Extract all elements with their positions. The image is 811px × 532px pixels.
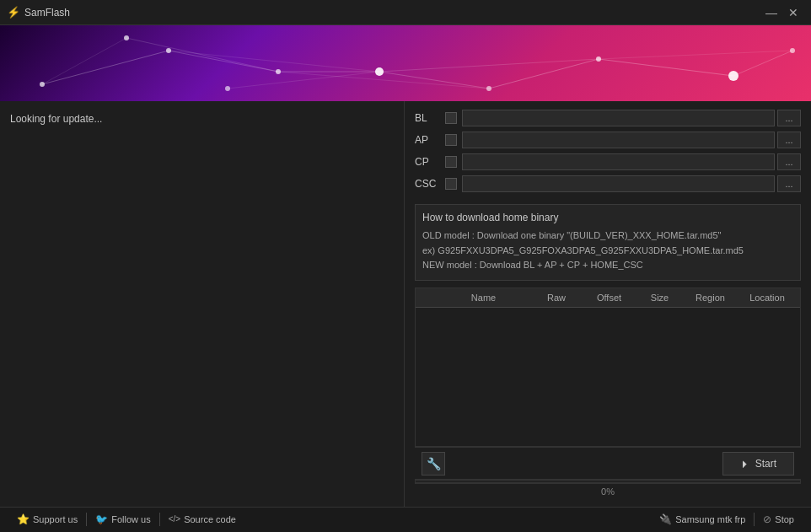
table-body xyxy=(416,308,800,446)
svg-point-16 xyxy=(166,48,171,53)
ap-row: AP ... xyxy=(415,132,801,148)
banner xyxy=(0,25,811,101)
csc-label: CSC xyxy=(415,178,445,190)
plug-icon: 🔌 xyxy=(659,513,672,525)
info-box: How to download home binary OLD model : … xyxy=(415,204,801,281)
start-icon: ⏵ xyxy=(740,458,750,470)
ap-input[interactable] xyxy=(462,132,775,148)
close-button[interactable]: ✕ xyxy=(782,4,804,21)
app-title: SamFlash xyxy=(24,7,760,19)
bl-row: BL ... xyxy=(415,110,801,126)
svg-line-4 xyxy=(489,59,599,89)
code-icon: </> xyxy=(169,514,180,524)
statusbar-right: 🔌 Samsung mtk frp ⊘ Stop xyxy=(651,513,803,526)
csc-input[interactable] xyxy=(462,175,775,192)
progress-container: 0% xyxy=(415,479,801,498)
csc-row: CSC ... xyxy=(415,175,801,192)
stop-icon: ⊘ xyxy=(763,513,771,525)
twitter-icon: 🐦 xyxy=(95,513,108,525)
samsung-label: Samsung mtk frp xyxy=(675,514,745,524)
svg-point-14 xyxy=(40,82,45,87)
statusbar: ⭐ Support us 🐦 Follow us </> Source code… xyxy=(0,507,811,530)
info-box-title: How to download home binary xyxy=(422,212,793,223)
ap-checkbox[interactable] xyxy=(445,134,457,146)
source-label: Source code xyxy=(184,514,236,524)
start-button[interactable]: ⏵ Start xyxy=(722,452,794,476)
info-line-1: OLD model : Download one binary "(BUILD_… xyxy=(422,228,793,244)
svg-line-7 xyxy=(169,51,379,72)
support-us-button[interactable]: ⭐ Support us xyxy=(8,508,86,530)
bl-checkbox[interactable] xyxy=(445,112,457,124)
info-line-3: NEW model : Download BL + AP + CP + HOME… xyxy=(422,258,793,273)
svg-point-23 xyxy=(790,48,795,53)
svg-point-17 xyxy=(225,86,230,91)
info-box-content: OLD model : Download one binary "(BUILD_… xyxy=(422,228,793,273)
main-content: Looking for update... BL ... AP ... CP .… xyxy=(0,101,811,507)
ap-browse-button[interactable]: ... xyxy=(777,132,801,148)
csc-browse-button[interactable]: ... xyxy=(777,175,801,192)
svg-line-10 xyxy=(599,51,792,59)
th-size: Size xyxy=(636,291,683,304)
th-region: Region xyxy=(683,291,738,304)
th-name: Name xyxy=(436,291,531,304)
svg-line-12 xyxy=(42,38,126,84)
cp-input[interactable] xyxy=(462,153,775,170)
svg-line-3 xyxy=(379,72,489,89)
app-icon: ⚡ xyxy=(7,6,20,19)
svg-point-21 xyxy=(596,56,601,62)
file-rows-container: BL ... AP ... CP ... CSC ... xyxy=(415,110,801,197)
stop-button[interactable]: ⊘ Stop xyxy=(755,513,803,525)
stop-label: Stop xyxy=(775,514,794,524)
bl-browse-button[interactable]: ... xyxy=(777,110,801,126)
start-label: Start xyxy=(755,458,776,470)
flash-settings-button[interactable]: 🔧 xyxy=(422,452,445,476)
csc-checkbox[interactable] xyxy=(445,178,457,190)
svg-line-1 xyxy=(169,51,278,72)
th-checkbox xyxy=(419,291,436,304)
banner-decoration xyxy=(0,25,811,101)
cp-row: CP ... xyxy=(415,153,801,170)
support-label: Support us xyxy=(33,514,78,524)
status-text: Looking for update... xyxy=(10,110,394,132)
progress-bar-container xyxy=(415,480,801,483)
bl-input[interactable] xyxy=(462,110,775,126)
svg-point-15 xyxy=(124,35,129,40)
progress-label: 0% xyxy=(415,483,801,498)
svg-line-11 xyxy=(126,38,278,72)
svg-line-5 xyxy=(599,59,733,76)
svg-point-19 xyxy=(375,67,384,76)
cp-browse-button[interactable]: ... xyxy=(777,153,801,170)
svg-line-13 xyxy=(228,72,379,89)
source-code-button[interactable]: </> Source code xyxy=(160,508,244,530)
action-bar: 🔧 ⏵ Start xyxy=(415,447,801,479)
ap-label: AP xyxy=(415,134,445,146)
file-table: Name Raw Offset Size Region Location xyxy=(415,287,801,447)
left-panel: Looking for update... xyxy=(0,101,405,507)
svg-line-9 xyxy=(379,59,599,72)
svg-line-8 xyxy=(278,72,489,89)
svg-line-0 xyxy=(42,51,169,84)
follow-label: Follow us xyxy=(111,514,150,524)
wrench-icon: 🔧 xyxy=(427,457,441,470)
table-header: Name Raw Offset Size Region Location xyxy=(416,288,800,308)
cp-checkbox[interactable] xyxy=(445,156,457,168)
info-line-2: ex) G925FXXU3DPA5_G925FOXA3DPA5_G925FXXU… xyxy=(422,244,793,259)
svg-point-20 xyxy=(486,86,491,91)
th-offset: Offset xyxy=(582,291,636,304)
follow-us-button[interactable]: 🐦 Follow us xyxy=(87,508,158,530)
th-location: Location xyxy=(738,291,797,304)
svg-line-6 xyxy=(733,51,792,76)
samsung-frp-button[interactable]: 🔌 Samsung mtk frp xyxy=(651,513,754,525)
cp-label: CP xyxy=(415,156,445,168)
titlebar: ⚡ SamFlash — ✕ xyxy=(0,0,811,25)
star-icon: ⭐ xyxy=(17,513,30,525)
svg-point-18 xyxy=(276,69,281,74)
right-panel: BL ... AP ... CP ... CSC ... xyxy=(405,101,811,507)
bl-label: BL xyxy=(415,112,445,124)
minimize-button[interactable]: — xyxy=(760,4,782,21)
th-raw: Raw xyxy=(531,291,582,304)
svg-point-22 xyxy=(728,71,738,81)
